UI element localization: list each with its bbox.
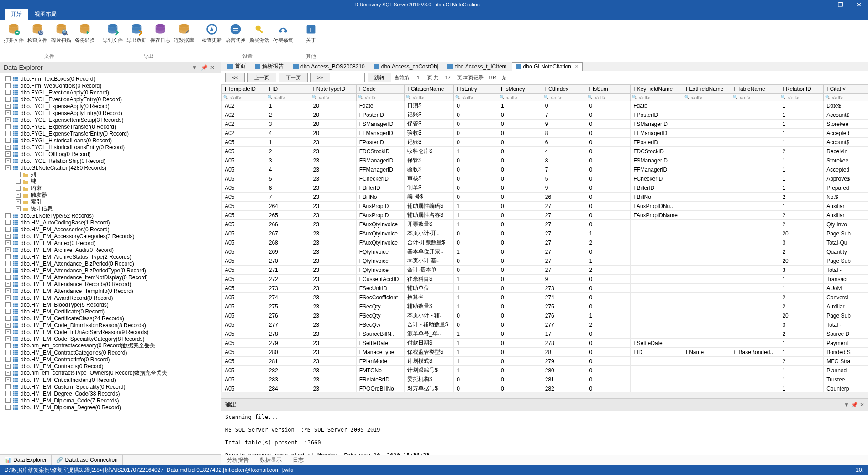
pager-last[interactable]: >>: [310, 73, 330, 82]
filter-input[interactable]: [683, 94, 731, 101]
tree-item[interactable]: +dbo.FYGL_HistoricalLoans(0 Record): [5, 137, 221, 144]
bottom-tab[interactable]: 分析报告: [221, 455, 254, 465]
tree-toggle-icon[interactable]: +: [5, 364, 11, 369]
tree-toggle-icon[interactable]: +: [16, 193, 21, 198]
filter-input[interactable]: [631, 94, 683, 101]
tree-toggle-icon[interactable]: +: [5, 309, 11, 314]
tree-toggle-icon[interactable]: +: [5, 350, 11, 355]
tree-item[interactable]: +dbo.hm_em_contractsType_Owners(0 Record…: [5, 370, 221, 376]
tree-toggle-icon[interactable]: +: [5, 151, 11, 157]
tree-item[interactable]: +dbo.Frm_WebControls(0 Record): [5, 82, 221, 89]
tree-toggle-icon[interactable]: +: [16, 199, 21, 204]
filter-input[interactable]: [731, 94, 779, 101]
tree-item[interactable]: +dbo.HM_EM_ContractInfo(0 Record): [5, 356, 221, 363]
filter-input[interactable]: [498, 94, 542, 101]
output-log[interactable]: Scanning file... MS SQL Server version :…: [221, 411, 868, 455]
column-header[interactable]: FCitationName: [405, 85, 454, 94]
tree-toggle-icon[interactable]: +: [5, 261, 11, 266]
tab-view-layout[interactable]: 视图布局: [28, 9, 63, 20]
tree-item[interactable]: +dbo.FYGL_ExpenseApply(0 Record): [5, 103, 221, 110]
tree-toggle-icon[interactable]: +: [5, 254, 11, 259]
bottom-tab[interactable]: 日志: [287, 455, 309, 465]
tree-toggle-icon[interactable]: +: [16, 179, 21, 184]
table-row[interactable]: A0528223FMTONo计划跟踪号$1028001Planned: [222, 366, 868, 375]
tree-item[interactable]: +dbo.Frm_TextBoxes(0 Record): [5, 75, 221, 82]
tree-toggle-icon[interactable]: +: [5, 117, 11, 122]
tree-item[interactable]: +dbo.HM_EM_Accessories(0 Record): [5, 226, 221, 233]
tree-item[interactable]: +dbo.FYGL_ExpenseTransfer(0 Record): [5, 123, 221, 130]
tree-toggle-icon[interactable]: +: [5, 282, 11, 287]
tree-toggle-icon[interactable]: −: [5, 165, 11, 170]
table-row[interactable]: A0526823FAuxQtyInvoice合计-开票数量$002723Tota…: [222, 238, 868, 247]
ribbon-export-data[interactable]: 导出数据: [126, 22, 147, 52]
table-row[interactable]: A0527223FCussentAcctID往来科目$10901Transact: [222, 275, 868, 284]
column-header[interactable]: FExtFieldName: [683, 85, 731, 94]
table-row[interactable]: A0527023FQtyInvoice本页小计-基..0027120Page S…: [222, 256, 868, 266]
tree-toggle-icon[interactable]: +: [5, 377, 11, 382]
table-row[interactable]: A0527923FSettleDate付款日期$102780FSettleDat…: [222, 339, 868, 348]
table-row[interactable]: A0527323FSecUnitID辅助单位1027301AUoM: [222, 284, 868, 293]
table-row[interactable]: A0528423FPOOrdBillNo对方单据号$0028201Counter…: [222, 384, 868, 392]
tree-item[interactable]: +dbo.HM_EM_CriticalIncident(0 Record): [5, 376, 221, 383]
table-row[interactable]: A02220FPosterID记账$0070FPosterID1Account$: [222, 110, 868, 120]
column-header[interactable]: FCtlIndex: [542, 85, 586, 94]
filter-input[interactable]: [357, 94, 405, 101]
tree-item[interactable]: +dbo.FYGL_RelationShip(0 Record): [5, 157, 221, 164]
table-row[interactable]: A0528123FPlanMode计划模式$1027902MFG Stra: [222, 357, 868, 366]
table-row[interactable]: A02320FSManagerID保管$0090FSManagerID1Stor…: [222, 120, 868, 129]
column-header[interactable]: FRelationID: [779, 85, 824, 94]
tree-item[interactable]: +dbo.hm_em_contractaccessory(0 Record)数据…: [5, 342, 221, 349]
tree-item[interactable]: +dbo.FYGL_HistoricalLoansEntry(0 Record): [5, 144, 221, 151]
table-row[interactable]: A0526523FAuxPropID辅助属性名称$10270FAuxPropID…: [222, 211, 868, 220]
filter-input[interactable]: [824, 94, 868, 101]
tree-toggle-icon[interactable]: +: [5, 83, 11, 88]
table-row[interactable]: A0526423FAuxPropID辅助属性编码$10270FAuxPropID…: [222, 202, 868, 211]
panel-close-icon[interactable]: ✕: [210, 64, 217, 71]
footer-tab-database-connection[interactable]: 🔗Database Connection: [52, 455, 122, 465]
tree-item[interactable]: +dbo.HM_EM_Code_InUnActServReason(9 Reco…: [5, 329, 221, 335]
ribbon-backup-convert[interactable]: 备份转换: [75, 22, 95, 52]
filter-input[interactable]: [405, 94, 453, 101]
bottom-tab[interactable]: 数据显示: [254, 455, 287, 465]
tree-toggle-icon[interactable]: +: [5, 268, 11, 273]
tree-toggle-icon[interactable]: +: [5, 138, 11, 143]
tree-toggle-icon[interactable]: +: [16, 186, 21, 191]
pager-first[interactable]: <<: [225, 73, 245, 82]
filter-input[interactable]: [454, 94, 498, 101]
table-row[interactable]: A02420FFManagerID验收$0080FFManagerID1Acce…: [222, 129, 868, 138]
tree-item[interactable]: +dbo.GLNoteType(52 Records): [5, 212, 221, 219]
doc-tab[interactable]: 解析报告: [251, 62, 288, 72]
data-grid[interactable]: FTemplateIDFIDFNoteTypeIDFCodeFCitationN…: [221, 84, 868, 392]
filter-input[interactable]: [542, 94, 586, 101]
tree-item[interactable]: +dbo.FYGL_ExpenseApplyEntry(0 Record): [5, 110, 221, 116]
tree-item[interactable]: −dbo.GLNoteCitation(4280 Records): [5, 164, 221, 171]
panel-pin-icon[interactable]: 📌: [201, 64, 208, 71]
tree-toggle-icon[interactable]: +: [5, 110, 11, 115]
filter-input[interactable]: [222, 94, 266, 101]
tree-toggle-icon[interactable]: +: [5, 275, 11, 280]
ribbon-check-update[interactable]: 检查更新: [202, 22, 222, 52]
tree-toggle-icon[interactable]: +: [5, 391, 11, 396]
output-menu-icon[interactable]: ▼: [844, 402, 849, 408]
table-row[interactable]: A0526623FAuxQtyInvoice开票数量$102702Qty Inv…: [222, 220, 868, 229]
tree-toggle-icon[interactable]: +: [5, 371, 11, 376]
tree-toggle-icon[interactable]: +: [5, 227, 11, 232]
tree-item[interactable]: +键: [5, 178, 221, 185]
table-row[interactable]: A0527523FSecQty辅助数量$1027502Auxiliar: [222, 302, 868, 311]
table-row[interactable]: A0527823FSourceBillN..源单单号_单..101702Sour…: [222, 329, 868, 339]
tree-toggle-icon[interactable]: +: [5, 329, 11, 334]
tree-toggle-icon[interactable]: +: [5, 90, 11, 95]
column-header[interactable]: FIsEntry: [454, 85, 498, 94]
tree-item[interactable]: +dbo.HM_EM_Contracts(0 Record): [5, 363, 221, 370]
footer-tab-data-explorer[interactable]: 📊Data Explorer: [0, 455, 52, 465]
tree-toggle-icon[interactable]: +: [5, 357, 11, 362]
tree-item[interactable]: +dbo.HM_EM_Diploma_Code(7 Records): [5, 397, 221, 404]
filter-input[interactable]: [310, 94, 356, 101]
pager-input[interactable]: [333, 73, 365, 82]
tree-item[interactable]: +dbo.HM_EM_Attendance_Records(0 Record): [5, 281, 221, 287]
tree-toggle-icon[interactable]: +: [5, 76, 11, 81]
tree-item[interactable]: +dbo.HM_EM_Code_DimmissionReason(8 Recor…: [5, 322, 221, 329]
ribbon-link-db[interactable]: 连数据库: [174, 22, 194, 52]
tab-start[interactable]: 开始: [5, 9, 28, 20]
ribbon-buy-activate[interactable]: 购买激活: [249, 22, 269, 52]
